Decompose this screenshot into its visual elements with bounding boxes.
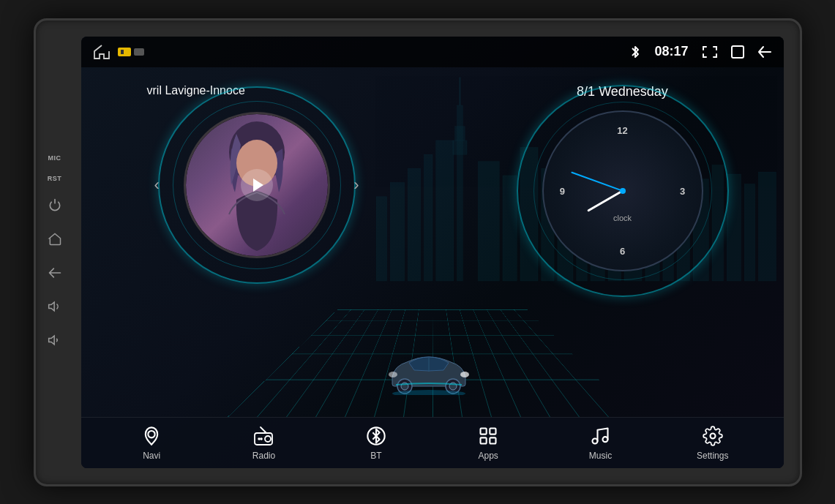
- rst-label: RST: [48, 175, 62, 182]
- bottom-nav: Navi Radio: [81, 417, 784, 468]
- navi-label: Navi: [143, 451, 160, 461]
- nav-item-navi[interactable]: Navi: [122, 424, 181, 461]
- status-time: 08:17: [654, 44, 688, 59]
- navi-svg: [141, 426, 162, 446]
- svg-rect-46: [481, 429, 487, 435]
- device-frame: MIC RST: [34, 18, 802, 486]
- status-left: [93, 44, 144, 60]
- bt-svg: [366, 426, 386, 446]
- svg-rect-27: [121, 50, 124, 54]
- vinyl-container: ‹ ›: [184, 112, 330, 258]
- vinyl-area: ‹ ›: [103, 112, 411, 258]
- radio-label: Radio: [252, 451, 275, 461]
- volume-down-button[interactable]: [45, 330, 65, 350]
- notif-tile-2: [134, 48, 144, 56]
- svg-point-50: [593, 439, 598, 444]
- nav-item-settings[interactable]: Settings: [684, 424, 742, 461]
- svg-rect-28: [732, 46, 744, 58]
- svg-rect-47: [490, 429, 495, 435]
- apps-svg: [478, 426, 498, 446]
- car-image: [381, 344, 476, 395]
- clock-num-6: 6: [620, 245, 625, 256]
- nav-item-music[interactable]: Music: [571, 424, 629, 461]
- svg-rect-7: [452, 140, 466, 154]
- svg-point-36: [460, 372, 469, 377]
- music-section: vril Lavigne-Innoce: [103, 77, 411, 355]
- home-button[interactable]: [45, 229, 65, 249]
- recent-apps-icon: [731, 45, 744, 59]
- music-icon: [588, 424, 612, 448]
- next-button[interactable]: ›: [353, 176, 359, 195]
- apps-label: Apps: [478, 451, 498, 461]
- svg-rect-48: [481, 437, 487, 443]
- radio-svg: [253, 426, 274, 446]
- radio-icon: [252, 424, 275, 448]
- svg-point-37: [389, 372, 397, 377]
- prev-button[interactable]: ‹: [154, 176, 160, 195]
- clock-face: 12 3 6 9 clock: [542, 110, 703, 271]
- clock-num-3: 3: [680, 185, 685, 196]
- clock-num-9: 9: [560, 185, 565, 196]
- nav-item-radio[interactable]: Radio: [234, 424, 293, 461]
- hour-hand: [587, 189, 623, 211]
- status-right: 08:17: [629, 44, 771, 59]
- apps-icon: [476, 424, 500, 448]
- power-button[interactable]: [45, 195, 65, 216]
- svg-rect-3: [424, 154, 433, 281]
- expand-icon: [702, 45, 718, 59]
- clock-num-12: 12: [617, 125, 627, 136]
- back-status-icon[interactable]: [757, 45, 772, 59]
- settings-label: Settings: [697, 451, 728, 461]
- notif-tile-1: [118, 48, 131, 56]
- car-container: [381, 344, 484, 402]
- nav-item-apps[interactable]: Apps: [459, 424, 517, 461]
- svg-point-43: [258, 438, 260, 440]
- minute-hand: [571, 171, 623, 192]
- svg-point-51: [603, 437, 608, 442]
- clock-area: 12 3 6 9 clock: [484, 110, 762, 271]
- side-controls: MIC RST: [45, 154, 65, 350]
- clock-center-dot: [620, 188, 626, 194]
- clock-section: 8/1 Wednesday 12 3 6 9: [484, 77, 762, 355]
- settings-icon: [701, 424, 724, 448]
- navi-icon: [140, 424, 163, 448]
- bluetooth-status-icon: [629, 45, 641, 59]
- clock-container: 12 3 6 9 clock: [542, 110, 703, 271]
- home-status-icon: [93, 44, 111, 60]
- svg-rect-49: [490, 437, 495, 443]
- play-button[interactable]: [241, 169, 273, 201]
- nav-item-bt[interactable]: BT: [347, 424, 405, 461]
- svg-line-41: [261, 427, 266, 433]
- back-button[interactable]: [45, 263, 65, 283]
- vinyl-disc: [184, 112, 330, 258]
- svg-rect-6: [454, 126, 464, 140]
- svg-rect-4: [435, 140, 453, 281]
- settings-svg: [703, 426, 723, 446]
- notification-icons: [118, 48, 144, 56]
- music-svg: [590, 426, 610, 446]
- screen: 08:17 vril Lavigne-Innoc: [81, 37, 784, 468]
- bt-icon: [364, 424, 388, 448]
- svg-rect-40: [255, 433, 272, 445]
- volume-up-button[interactable]: [45, 296, 65, 317]
- svg-point-42: [265, 436, 271, 442]
- status-bar: 08:17: [81, 37, 784, 67]
- svg-point-39: [148, 431, 154, 437]
- bt-label: BT: [370, 451, 381, 461]
- svg-point-52: [710, 434, 715, 439]
- svg-point-44: [261, 438, 262, 440]
- music-label: Music: [589, 451, 612, 461]
- mic-label: MIC: [48, 154, 61, 162]
- clock-label: clock: [613, 214, 632, 222]
